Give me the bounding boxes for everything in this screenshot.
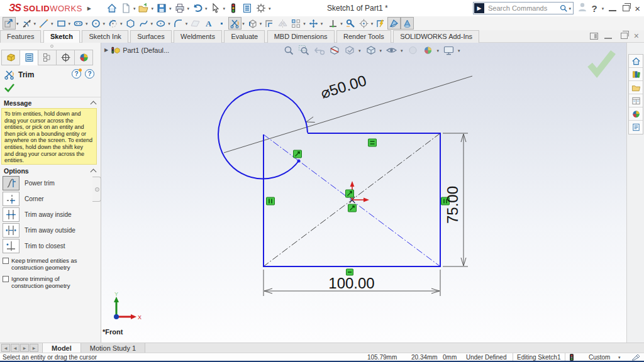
user-account-icon[interactable] (577, 1, 588, 15)
snaps-caret[interactable]: ▾ (371, 21, 374, 26)
point-button[interactable] (215, 17, 228, 30)
repair-sketch-button[interactable] (344, 17, 357, 30)
ignore-trimming-checkbox[interactable]: Ignore trimming of construction geometry (3, 275, 90, 289)
design-library-icon[interactable] (629, 68, 643, 81)
circle-button[interactable] (89, 17, 103, 30)
sketch-fillet-button[interactable] (172, 17, 185, 30)
tab-weldments[interactable]: Weldments (174, 30, 222, 43)
move-caret[interactable]: ▾ (321, 21, 323, 26)
select-caret[interactable]: ▾ (223, 6, 226, 11)
line-button[interactable] (37, 17, 50, 30)
tab-mbd-dimensions[interactable]: MBD Dimensions (267, 30, 335, 43)
next-tab-button[interactable]: ▶ (20, 344, 29, 352)
dimension-height[interactable]: 75.00 (443, 133, 468, 266)
print-caret[interactable]: ▾ (187, 6, 190, 11)
previous-tab-button[interactable]: ◀ (11, 344, 19, 352)
custom-properties-icon[interactable] (629, 121, 643, 134)
convert-caret[interactable]: ▾ (260, 21, 262, 26)
keep-trimmed-entities-checkbox[interactable]: Keep trimmed entities as construction ge… (3, 257, 90, 271)
options-caret[interactable]: ▾ (269, 6, 271, 11)
trim-away-outside-option[interactable]: Trim away outside (3, 223, 75, 238)
search-icon[interactable] (559, 4, 568, 13)
rectangle-caret[interactable]: ▾ (69, 21, 71, 26)
tags-icon[interactable] (631, 354, 640, 361)
move-entities-button[interactable] (307, 17, 320, 30)
appearances-scenes-icon[interactable] (629, 107, 643, 121)
slot-caret[interactable]: ▾ (86, 21, 88, 26)
motion-study-tab[interactable]: Motion Study 1 (81, 343, 145, 353)
new-document-button[interactable] (119, 1, 133, 15)
minimize-button[interactable] (609, 5, 616, 11)
checkbox-box[interactable] (3, 258, 9, 264)
smart-dimension-caret[interactable]: ▾ (34, 21, 36, 26)
relation-intersection-icon[interactable] (348, 204, 357, 212)
corner-icon[interactable] (3, 192, 19, 206)
model-tab[interactable]: Model (42, 343, 81, 353)
menu-flyout-icon[interactable]: ▶ (87, 6, 91, 11)
diameter-value[interactable]: ⌀50.00 (319, 72, 369, 102)
graphics-area[interactable]: ▶ Part1 (Defaul... ▾ ▾ ▾ ▾ ▾ (101, 43, 626, 343)
property-manager-tab-icon[interactable] (19, 50, 38, 65)
save-button[interactable] (155, 1, 169, 15)
smart-dimension-button[interactable] (20, 17, 33, 30)
document-minimize-button[interactable] (604, 33, 612, 39)
undo-caret[interactable]: ▾ (205, 6, 208, 11)
collapse-chevron-icon[interactable] (91, 101, 97, 107)
ellipse-button[interactable] (154, 17, 167, 30)
tab-evaluate[interactable]: Evaluate (224, 30, 265, 43)
power-trim-icon[interactable] (3, 176, 19, 190)
exit-sketch-caret[interactable]: ▾ (16, 21, 19, 26)
straight-slot-button[interactable] (72, 17, 85, 30)
trim-to-closest-option[interactable]: Trim to closest (3, 239, 65, 253)
tab-sketch-ink[interactable]: Sketch Ink (82, 30, 128, 43)
display-delete-relations-button[interactable] (326, 17, 340, 30)
help-button[interactable]: ? (592, 3, 597, 14)
ellipse-caret[interactable]: ▾ (168, 21, 170, 26)
options-section-header[interactable]: Options (4, 167, 96, 175)
performance-evaluation-icon[interactable] (226, 1, 240, 15)
tab-sketch[interactable]: Sketch (43, 30, 80, 43)
tab-surfaces[interactable]: Surfaces (130, 30, 171, 43)
tab-render-tools[interactable]: Render Tools (336, 30, 391, 43)
relation-equal-icon[interactable] (369, 139, 377, 146)
relation-intersection-icon[interactable] (346, 190, 354, 197)
performance-status-icon[interactable] (569, 354, 574, 361)
width-value[interactable]: 100.00 (328, 275, 374, 292)
help-caret[interactable]: ▾ (602, 6, 604, 11)
plane-button[interactable] (189, 17, 202, 30)
open-caret[interactable]: ▾ (151, 6, 153, 11)
power-trim-option[interactable]: Power trim (3, 176, 55, 190)
collapse-pane-icon[interactable] (590, 33, 598, 40)
feature-manager-tab-icon[interactable] (1, 50, 20, 65)
polygon-button[interactable] (124, 17, 137, 30)
document-restore-button[interactable] (621, 33, 628, 39)
spline-button[interactable] (137, 17, 150, 30)
trim-entities-button[interactable] (228, 17, 242, 30)
new-document-caret[interactable]: ▾ (133, 6, 136, 11)
search-caret[interactable]: ▾ (569, 6, 571, 11)
options-gear-button[interactable] (254, 1, 268, 15)
pattern-caret[interactable]: ▾ (303, 21, 306, 26)
corner-rectangle-button[interactable] (55, 17, 68, 30)
sketch-canvas[interactable]: ⌀50.00 (101, 43, 626, 343)
trim-away-outside-icon[interactable] (3, 223, 19, 238)
home-tab-icon[interactable] (629, 55, 643, 68)
undo-button[interactable] (191, 1, 204, 15)
linear-sketch-pattern-button[interactable] (289, 17, 303, 30)
trim-to-closest-icon[interactable] (3, 239, 19, 253)
spline-caret[interactable]: ▾ (151, 21, 153, 26)
help-icon[interactable]: ? (85, 69, 94, 79)
units-caret[interactable]: ▾ (618, 355, 621, 359)
restore-button[interactable] (623, 5, 630, 11)
collapse-chevron-icon[interactable] (91, 169, 97, 175)
feature-statistics-icon[interactable] (240, 1, 254, 15)
search-commands-box[interactable]: ▶ Search Commands ▾ (473, 2, 574, 14)
relation-vertical-icon[interactable] (267, 197, 275, 205)
home-button[interactable] (105, 1, 119, 15)
last-tab-button[interactable]: ▶ (30, 344, 38, 352)
tab-solidworks-addins[interactable]: SOLIDWORKS Add-Ins (393, 30, 479, 43)
status-units[interactable]: Custom (589, 354, 610, 361)
close-button[interactable]: × (635, 4, 640, 13)
offset-entities-button[interactable] (263, 17, 276, 30)
checkbox-box[interactable] (3, 276, 9, 282)
